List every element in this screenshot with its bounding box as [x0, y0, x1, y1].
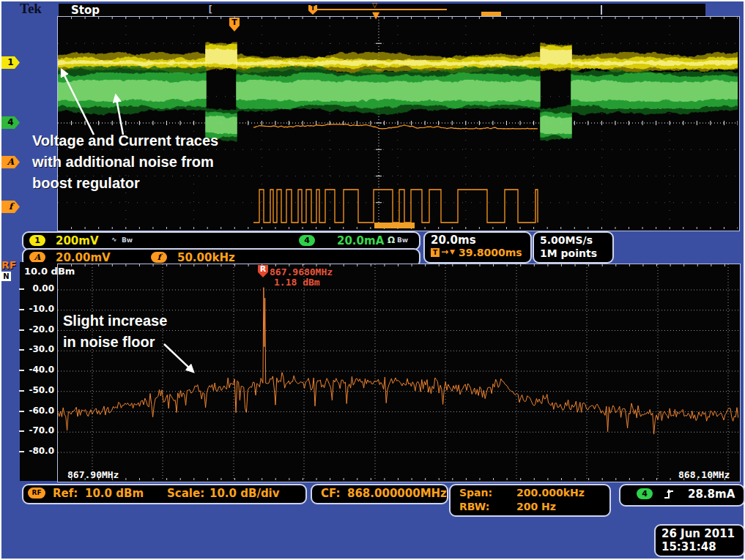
bandwidth-limit-icon: Bw: [397, 236, 408, 244]
time-domain-waveforms: [58, 17, 738, 229]
rf-frequency-position-marker[interactable]: f: [1, 201, 20, 213]
channel1-scale: 200mV: [56, 234, 99, 247]
channel4-scale: 20.0mA: [337, 234, 384, 247]
peak-marker-frequency: 867.9680MHz: [270, 266, 333, 277]
time-domain-annotation: Voltage and Current traces with addition…: [32, 130, 218, 194]
time-label: 15:31:48: [661, 540, 716, 553]
spectrum-y-tick-mark: [19, 349, 24, 351]
spectrum-y-tick-mark: [19, 309, 24, 310]
spectrum-y-tick-mark: [19, 451, 24, 452]
spectrum-y-tick-label: -30.0: [25, 344, 54, 354]
expansion-outline-icon: ▽: [372, 1, 377, 9]
spectrum-y-tick-label: -50.0: [25, 385, 54, 395]
sample-rate: 5.00MS/s: [540, 234, 593, 246]
channel4-position-marker[interactable]: 4: [1, 116, 20, 129]
trigger-level: 28.8mA: [688, 488, 735, 501]
rf-amplitude-position-marker[interactable]: A: [1, 156, 20, 168]
rf-badge-label: RF: [1, 259, 16, 271]
record-view-bracket-left-icon: [: [207, 4, 213, 15]
oscilloscope-screen: Tek Stop [ T ▽ ▼ T 1 4 A f Voltage and C…: [0, 0, 745, 560]
time-domain-graticule: [57, 16, 740, 231]
timebase-scale: 20.0ms: [431, 234, 476, 247]
trigger-readout-box[interactable]: 4 28.8mA: [619, 484, 745, 507]
rf-icon: RF: [28, 488, 45, 499]
channel1-badge: 1: [29, 235, 45, 246]
rf-amplitude-badge: A: [29, 252, 45, 263]
annotation-line: boost regulator: [32, 173, 218, 194]
date-label: 26 Jun 2011: [661, 527, 735, 540]
rf-reference-box[interactable]: RF Ref: 10.0 dBm Scale: 10.0 dB/div: [22, 484, 307, 504]
spectrum-y-tick-label: 0.00: [25, 283, 54, 294]
rf-amplitude-scale: 20.00mV: [56, 251, 111, 264]
ref-value: 10.0 dBm: [85, 487, 144, 500]
record-length: 1M points: [540, 247, 597, 259]
spectrum-y-tick-mark: [19, 411, 24, 412]
wave-inspector-bar[interactable]: Stop [ T ▽: [59, 4, 705, 16]
datetime-box: 26 Jun 2011 15:31:48: [654, 524, 745, 557]
spectrum-trace: [58, 264, 738, 480]
trigger-delay: 39.8000ms: [459, 247, 522, 258]
annotation-line: Voltage and Current traces: [32, 130, 218, 152]
record-view-bracket-right-icon: [601, 5, 602, 15]
spectrum-y-tick-label: -60.0: [25, 406, 54, 416]
channel4-badge: 4: [299, 235, 315, 246]
spectrum-y-tick-label: -70.0: [25, 425, 54, 436]
rf-frequency-scale: 50.00kHz: [177, 251, 235, 264]
span-rbw-box[interactable]: Span: 200.000kHz RBW: 200 Hz: [449, 484, 611, 517]
rbw-value: 200 Hz: [516, 501, 556, 512]
channel1-position-marker[interactable]: 1: [1, 56, 20, 69]
spectrum-y-tick-label: -20.0: [25, 324, 54, 335]
spectrum-y-tick-mark: [19, 370, 24, 371]
cf-label: CF:: [321, 487, 340, 500]
start-frequency-label: 867.90MHz: [67, 469, 119, 480]
tek-logo: Tek: [20, 1, 42, 17]
ac-coupling-icon: ∿: [111, 236, 117, 243]
center-frequency-box[interactable]: CF: 868.000000MHz: [311, 484, 448, 504]
trigger-icon: T: [431, 248, 440, 257]
spectrum-y-tick-mark: [19, 329, 24, 331]
stop-frequency-label: 868.10MHz: [678, 469, 730, 480]
rf-frequency-badge: f: [151, 252, 167, 263]
spectrum-y-tick-label: -10.0: [25, 304, 54, 314]
marker-triangle-icon: ▼: [450, 248, 455, 255]
scale-value: 10.0 dB/div: [210, 487, 280, 500]
spectrum-y-tick-mark: [19, 430, 24, 432]
span-label: Span:: [459, 487, 492, 499]
scale-label: Scale:: [167, 487, 204, 500]
arrow-right-icon: →: [441, 247, 448, 257]
bandwidth-limit-icon: Bw: [122, 236, 133, 244]
cf-value: 868.000000MHz: [347, 487, 447, 500]
peak-marker-amplitude: 1.18 dBm: [274, 277, 320, 288]
acquisition-status: Stop: [71, 4, 100, 17]
expansion-point-icon: ▼: [372, 10, 379, 20]
span-value: 200.000kHz: [516, 487, 585, 499]
zoom-extent-line: [317, 9, 447, 10]
trigger-source-badge: 4: [637, 488, 653, 499]
annotation-line: Slight increase: [63, 310, 167, 332]
spectrum-y-tick-label: -40.0: [25, 365, 54, 375]
spectrum-y-tick-mark: [19, 288, 24, 290]
ref-level-label: 10.0 dBm: [24, 266, 75, 277]
spectrum-y-tick-mark: [19, 390, 24, 392]
rf-normalized-icon: N: [1, 272, 11, 281]
timebase-readout-box[interactable]: 20.0ms T → ▼ 39.8000ms: [423, 231, 532, 264]
ohm-icon: Ω: [388, 235, 395, 245]
spectrum-graticule: [57, 264, 741, 482]
annotation-line: with additional noise from: [32, 152, 218, 173]
acquisition-readout-box[interactable]: 5.00MS/s 1M points: [533, 231, 614, 264]
spectrum-y-tick-label: -80.0: [25, 446, 54, 456]
annotation-line: in noise floor: [63, 332, 167, 353]
ref-label: Ref:: [53, 487, 78, 500]
edge-rising-icon: [663, 488, 675, 500]
spectrum-annotation: Slight increase in noise floor: [63, 310, 167, 353]
record-trigger-flag-icon: T: [308, 5, 317, 15]
rf-channel-badge[interactable]: RF N: [1, 259, 16, 281]
rbw-label: RBW:: [459, 501, 489, 512]
